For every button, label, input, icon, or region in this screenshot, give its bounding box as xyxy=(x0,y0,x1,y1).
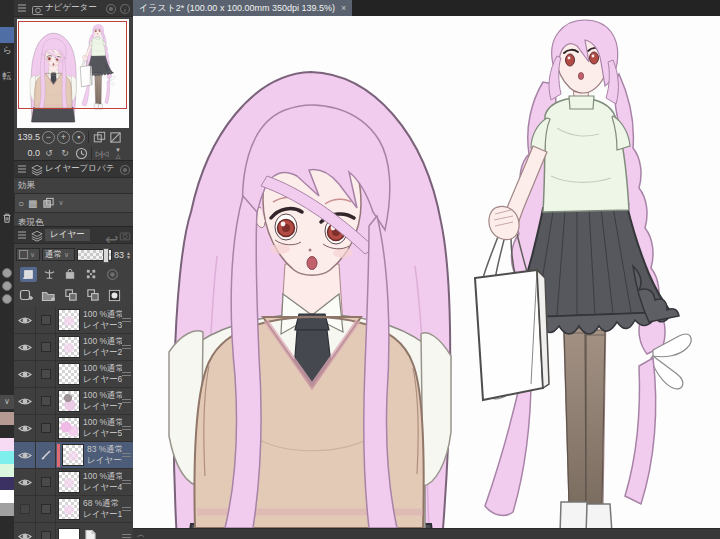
color-swatch[interactable] xyxy=(0,490,14,503)
zoom-value[interactable]: 139.5 xyxy=(16,132,40,142)
layer-row[interactable]: 100 %通常 レイヤー4 xyxy=(14,469,133,496)
visibility-toggle[interactable] xyxy=(14,442,36,468)
layer-check-cell[interactable] xyxy=(36,469,56,495)
new-folder-button[interactable] xyxy=(40,288,57,303)
layer-drag-handle[interactable] xyxy=(122,478,131,486)
palette-color-dropdown[interactable]: ∨ xyxy=(16,248,40,261)
visibility-toggle[interactable] xyxy=(14,523,36,539)
color-swatch[interactable] xyxy=(0,503,14,516)
layer-row[interactable]: 100 %通常 レイヤー7 xyxy=(14,388,133,415)
zoom-out-button[interactable]: − xyxy=(42,131,55,144)
color-swatch[interactable] xyxy=(0,412,14,425)
collapse-chevron-icon[interactable]: ︿ xyxy=(137,529,145,539)
layer-color-icon[interactable] xyxy=(42,197,55,210)
layer-drag-handle[interactable] xyxy=(122,343,131,351)
layer-check-cell[interactable] xyxy=(36,307,56,333)
layer-row[interactable]: 83 %通常 レイヤー8 xyxy=(14,442,133,469)
info-icon[interactable] xyxy=(119,3,130,14)
new-layer-button[interactable] xyxy=(18,288,35,303)
trash-icon[interactable] xyxy=(1,212,13,224)
bottom-collapsed-bar[interactable]: ︿ xyxy=(133,528,720,539)
opacity-value[interactable]: 83 xyxy=(114,250,124,260)
layer-drag-handle[interactable] xyxy=(122,370,131,378)
opacity-slider[interactable] xyxy=(77,249,112,261)
visibility-toggle[interactable] xyxy=(14,361,36,387)
layer-row[interactable]: 100 %通常 レイヤー3 xyxy=(14,307,133,334)
layer-check-cell[interactable] xyxy=(36,334,56,360)
layer-thumbnail[interactable] xyxy=(58,390,80,412)
reset-view-icon[interactable]: ▼△ xyxy=(111,147,125,160)
opacity-stepper[interactable]: ▲▼ xyxy=(126,251,131,259)
layer-thumbnail[interactable] xyxy=(58,417,80,439)
rotate-value[interactable]: 0.0 xyxy=(16,148,40,158)
dock-active-indicator[interactable] xyxy=(0,27,14,43)
layer-check-cell[interactable] xyxy=(36,361,56,387)
layer-drag-handle[interactable] xyxy=(122,532,131,539)
navigator-view-frame[interactable] xyxy=(18,21,127,109)
layer-row[interactable] xyxy=(14,523,133,539)
layer-thumbnail[interactable] xyxy=(58,471,80,493)
circle-icon[interactable] xyxy=(119,164,130,175)
color-swatch[interactable] xyxy=(0,438,14,451)
layer-thumbnail[interactable] xyxy=(58,363,80,385)
layer-row[interactable]: 100 %通常 レイヤー6 xyxy=(14,361,133,388)
undo-icon[interactable]: ↩ xyxy=(105,230,116,241)
color-ball[interactable] xyxy=(2,281,12,291)
panel-menu-icon[interactable] xyxy=(17,164,28,175)
layer-thumbnail[interactable] xyxy=(58,528,80,539)
panel-menu-icon[interactable] xyxy=(17,3,28,14)
border-effect-icon[interactable]: ○ xyxy=(18,198,24,209)
visibility-toggle[interactable] xyxy=(14,388,36,414)
transfer-down-button[interactable] xyxy=(62,288,79,303)
layer-thumbnail[interactable] xyxy=(58,336,80,358)
visibility-toggle[interactable] xyxy=(14,496,36,522)
color-swatch[interactable] xyxy=(0,451,14,464)
layer-check-cell[interactable] xyxy=(36,523,56,539)
blend-mode-dropdown[interactable]: 通常∨ xyxy=(42,248,75,261)
draft-layer-button[interactable] xyxy=(104,267,121,282)
layer-check-cell[interactable] xyxy=(36,415,56,441)
layer-row[interactable]: 68 %通常 レイヤー1 xyxy=(14,496,133,523)
visibility-toggle[interactable] xyxy=(14,334,36,360)
left-dock-strip[interactable]: ら 転 ∨ xyxy=(0,0,15,539)
dock-tab-fragment[interactable]: ら xyxy=(0,44,14,57)
opacity-slider-handle[interactable] xyxy=(103,248,109,263)
lock-transparent-pixels-button[interactable] xyxy=(83,267,100,282)
panel-menu-icon[interactable] xyxy=(17,230,28,241)
enable-ruler-button[interactable] xyxy=(41,267,58,282)
layer-check-cell[interactable] xyxy=(36,496,56,522)
merge-down-button[interactable] xyxy=(84,288,101,303)
layer-row[interactable]: 100 %通常 レイヤー5 xyxy=(14,415,133,442)
layer-thumbnail[interactable] xyxy=(58,498,80,520)
layer-thumbnail[interactable] xyxy=(58,309,80,331)
visibility-toggle[interactable] xyxy=(14,307,36,333)
layer-drag-handle[interactable] xyxy=(122,397,131,405)
color-ball[interactable] xyxy=(2,268,12,278)
chevron-down-icon[interactable]: ∨ xyxy=(0,395,14,409)
flip-horizontal-icon[interactable]: ▷|◁ xyxy=(95,147,109,160)
layer-check-cell[interactable] xyxy=(36,388,56,414)
dock-tab-fragment[interactable]: 転 xyxy=(0,70,14,83)
actual-size-icon[interactable] xyxy=(108,131,122,144)
canvas-tab[interactable]: イラスト2* (100.00 x 100.00mm 350dpi 139.5%)… xyxy=(133,0,352,16)
tab-close-icon[interactable]: × xyxy=(341,3,346,13)
rotate-right-icon[interactable]: ↻ xyxy=(58,147,72,160)
chevron-down-icon[interactable]: ∨ xyxy=(59,199,64,207)
visibility-toggle[interactable] xyxy=(14,415,36,441)
visibility-toggle[interactable] xyxy=(14,469,36,495)
layer-check-cell[interactable] xyxy=(36,442,56,468)
rotate-left-icon[interactable]: ↺ xyxy=(42,147,56,160)
layer-drag-handle[interactable] xyxy=(122,505,131,513)
layer-drag-handle[interactable] xyxy=(122,424,131,432)
layer-drag-handle[interactable] xyxy=(122,316,131,324)
color-swatch[interactable] xyxy=(0,477,14,490)
zoom-in-button[interactable]: + xyxy=(57,131,70,144)
zoom-reset-button[interactable]: ▪ xyxy=(72,131,85,144)
canvas-viewport[interactable] xyxy=(133,16,720,528)
fit-window-icon[interactable] xyxy=(92,131,106,144)
color-swatch[interactable] xyxy=(0,464,14,477)
tone-effect-icon[interactable]: ▩ xyxy=(28,198,37,209)
layer-thumbnail[interactable] xyxy=(62,444,84,466)
clip-to-layer-below-button[interactable] xyxy=(20,267,37,282)
color-ball[interactable] xyxy=(2,294,12,304)
